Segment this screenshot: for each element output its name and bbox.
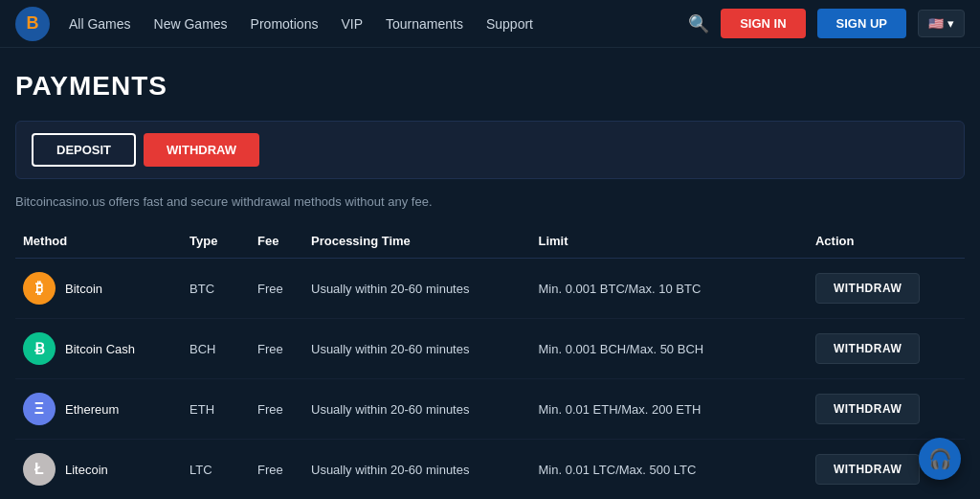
page-description: Bitcoincasino.us offers fast and secure …	[15, 194, 965, 209]
page-title: PAYMENTS	[15, 71, 965, 102]
method-cell-bch: Ƀ Bitcoin Cash	[15, 319, 182, 379]
col-header-fee: Fee	[250, 224, 303, 259]
btc-icon: ₿	[23, 272, 56, 305]
nav-item-all-games[interactable]: All Games	[69, 16, 131, 32]
type-cell-ltc: LTC	[182, 440, 250, 500]
processing-cell-eth: Usually within 20-60 minutes	[303, 379, 530, 440]
method-cell-eth: Ξ Ethereum	[15, 379, 182, 440]
signin-button[interactable]: SIGN IN	[721, 9, 805, 38]
processing-cell-ltc: Usually within 20-60 minutes	[303, 440, 530, 500]
col-header-action: Action	[808, 224, 965, 259]
withdraw-button-ltc[interactable]: WITHDRAW	[815, 454, 920, 485]
nav-item-vip[interactable]: VIP	[341, 16, 363, 32]
action-cell-eth: WITHDRAW	[808, 379, 965, 440]
bch-icon: Ƀ	[23, 332, 56, 365]
withdraw-button-bch[interactable]: WITHDRAW	[815, 333, 920, 364]
flag-icon: 🇺🇸	[928, 16, 944, 31]
col-header-method: Method	[15, 224, 182, 259]
chevron-down-icon: ▾	[947, 16, 954, 31]
table-body: ₿ Bitcoin BTCFreeUsually within 20-60 mi…	[15, 259, 965, 500]
fee-cell-btc: Free	[250, 259, 303, 319]
withdraw-button-btc[interactable]: WITHDRAW	[815, 273, 920, 304]
headphones-icon: 🎧	[928, 447, 952, 470]
language-selector[interactable]: 🇺🇸 ▾	[918, 10, 965, 37]
method-name-eth: Ethereum	[65, 402, 119, 417]
table-row: Ł Litecoin LTCFreeUsually within 20-60 m…	[15, 440, 965, 500]
fee-cell-ltc: Free	[250, 440, 303, 500]
type-cell-btc: BTC	[182, 259, 250, 319]
header: B All GamesNew GamesPromotionsVIPTournam…	[0, 0, 980, 48]
eth-icon: Ξ	[23, 393, 56, 425]
limit-cell-eth: Min. 0.01 ETH/Max. 200 ETH	[530, 379, 807, 440]
table-header: MethodTypeFeeProcessing TimeLimitAction	[15, 224, 965, 259]
col-header-type: Type	[182, 224, 250, 259]
nav-item-promotions[interactable]: Promotions	[251, 16, 319, 32]
main-nav: All GamesNew GamesPromotionsVIPTournamen…	[69, 16, 688, 32]
limit-cell-btc: Min. 0.001 BTC/Max. 10 BTC	[530, 259, 807, 319]
page-content: PAYMENTS DEPOSIT WITHDRAW Bitcoincasino.…	[0, 48, 980, 499]
method-cell-btc: ₿ Bitcoin	[15, 259, 182, 319]
limit-cell-ltc: Min. 0.01 LTC/Max. 500 LTC	[530, 440, 807, 500]
fee-cell-bch: Free	[250, 319, 303, 379]
table-row: Ξ Ethereum ETHFreeUsually within 20-60 m…	[15, 379, 965, 440]
nav-item-support[interactable]: Support	[486, 16, 533, 32]
ltc-icon: Ł	[23, 453, 56, 486]
tab-bar: DEPOSIT WITHDRAW	[15, 121, 965, 179]
support-fab[interactable]: 🎧	[919, 438, 961, 480]
type-cell-bch: BCH	[182, 319, 250, 379]
table-row: ₿ Bitcoin BTCFreeUsually within 20-60 mi…	[15, 259, 965, 319]
tab-withdraw[interactable]: WITHDRAW	[144, 133, 259, 167]
header-right: 🔍 SIGN IN SIGN UP 🇺🇸 ▾	[688, 9, 965, 38]
logo-text: B	[27, 13, 39, 34]
action-cell-btc: WITHDRAW	[808, 259, 965, 319]
method-cell-ltc: Ł Litecoin	[15, 440, 182, 500]
action-cell-bch: WITHDRAW	[808, 319, 965, 379]
processing-cell-btc: Usually within 20-60 minutes	[303, 259, 530, 319]
processing-cell-bch: Usually within 20-60 minutes	[303, 319, 530, 379]
signup-button[interactable]: SIGN UP	[817, 9, 906, 38]
method-name-bch: Bitcoin Cash	[65, 342, 135, 356]
method-name-ltc: Litecoin	[65, 463, 108, 477]
limit-cell-bch: Min. 0.001 BCH/Max. 50 BCH	[530, 319, 807, 379]
method-name-btc: Bitcoin	[65, 282, 102, 296]
type-cell-eth: ETH	[182, 379, 250, 440]
withdraw-button-eth[interactable]: WITHDRAW	[815, 394, 920, 424]
table-row: Ƀ Bitcoin Cash BCHFreeUsually within 20-…	[15, 319, 965, 379]
payments-table: MethodTypeFeeProcessing TimeLimitAction …	[15, 224, 965, 499]
col-header-limit: Limit	[530, 224, 807, 259]
tab-deposit[interactable]: DEPOSIT	[32, 133, 136, 167]
logo[interactable]: B	[15, 7, 50, 41]
search-button[interactable]: 🔍	[688, 13, 709, 34]
nav-item-new-games[interactable]: New Games	[154, 16, 228, 32]
col-header-processing-time: Processing Time	[303, 224, 530, 259]
fee-cell-eth: Free	[250, 379, 303, 440]
nav-item-tournaments[interactable]: Tournaments	[386, 16, 463, 32]
